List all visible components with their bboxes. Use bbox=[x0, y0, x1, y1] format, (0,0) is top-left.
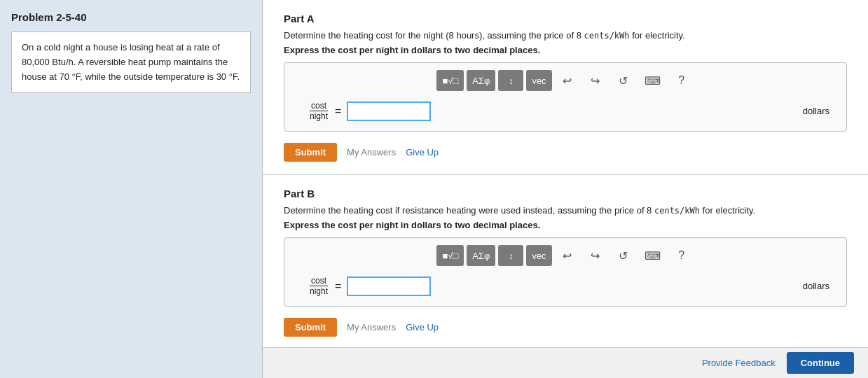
part-b-fraction: cost night bbox=[308, 276, 329, 296]
part-a-toolbar: ■√□ ΑΣφ ↕ vec ↩ ↪ ↺ ⌨ ? bbox=[294, 70, 836, 91]
equals-b: = bbox=[335, 280, 341, 293]
vec-button-b[interactable]: vec bbox=[526, 245, 551, 266]
problem-box: On a cold night a house is losing heat a… bbox=[11, 31, 251, 93]
refresh-button-b[interactable]: ↺ bbox=[611, 245, 636, 266]
part-a-fraction: cost night bbox=[308, 101, 329, 121]
help-button-a[interactable]: ? bbox=[669, 70, 694, 91]
submit-button-b[interactable]: Submit bbox=[284, 318, 337, 337]
unit-label-a: dollars bbox=[803, 106, 836, 116]
part-b-action-row: Submit My Answers Give Up bbox=[284, 314, 847, 341]
part-b-description: Determine the heating cost if resistance… bbox=[284, 205, 847, 216]
greek-symbols-button-b[interactable]: ΑΣφ bbox=[467, 245, 495, 266]
problem-text: On a cold night a house is losing heat a… bbox=[22, 42, 240, 82]
arrows-button-b[interactable]: ↕ bbox=[498, 245, 523, 266]
give-up-link-b[interactable]: Give Up bbox=[406, 322, 439, 332]
unit-label-b: dollars bbox=[803, 281, 836, 291]
fraction-denominator-b: night bbox=[308, 286, 329, 296]
help-button-b[interactable]: ? bbox=[669, 245, 694, 266]
part-b-math-row: cost night = dollars bbox=[294, 273, 836, 299]
part-a-input-area: ■√□ ΑΣφ ↕ vec ↩ ↪ ↺ ⌨ ? cost night = bbox=[284, 62, 847, 132]
part-b-label: Part B bbox=[284, 188, 847, 200]
refresh-button-a[interactable]: ↺ bbox=[611, 70, 636, 91]
undo-button-b[interactable]: ↩ bbox=[555, 245, 580, 266]
sidebar: Problem 2-5-40 On a cold night a house i… bbox=[0, 0, 263, 378]
fraction-denominator-a: night bbox=[308, 111, 329, 121]
part-b-toolbar: ■√□ ΑΣφ ↕ vec ↩ ↪ ↺ ⌨ ? bbox=[294, 245, 836, 266]
problem-title: Problem 2-5-40 bbox=[11, 11, 251, 23]
part-a-action-row: Submit My Answers Give Up bbox=[284, 139, 847, 166]
greek-symbols-button-a[interactable]: ΑΣφ bbox=[467, 70, 495, 91]
part-b-section: Part B Determine the heating cost if res… bbox=[263, 175, 868, 349]
give-up-link-a[interactable]: Give Up bbox=[406, 147, 439, 158]
arrows-button-a[interactable]: ↕ bbox=[498, 70, 523, 91]
part-a-description: Determine the heating cost for the night… bbox=[284, 30, 847, 41]
keyboard-button-a[interactable]: ⌨ bbox=[639, 70, 666, 91]
provide-feedback-link[interactable]: Provide Feedback bbox=[702, 358, 776, 368]
matrix-sqrt-button-b[interactable]: ■√□ bbox=[436, 245, 464, 266]
vec-button-a[interactable]: vec bbox=[526, 70, 551, 91]
main-content: Part A Determine the heating cost for th… bbox=[263, 0, 868, 378]
fraction-numerator-b: cost bbox=[310, 276, 328, 286]
bottom-bar: Provide Feedback Continue bbox=[263, 347, 868, 378]
submit-button-a[interactable]: Submit bbox=[284, 143, 337, 162]
answer-input-a[interactable] bbox=[347, 102, 431, 121]
my-answers-label-a: My Answers bbox=[347, 147, 396, 158]
cents-kwh-b: cents/kWh bbox=[654, 206, 700, 216]
cents-kwh-a: cents/kWh bbox=[584, 31, 630, 41]
undo-button-a[interactable]: ↩ bbox=[555, 70, 580, 91]
matrix-sqrt-button-a[interactable]: ■√□ bbox=[436, 70, 464, 91]
redo-button-a[interactable]: ↪ bbox=[583, 70, 608, 91]
my-answers-label-b: My Answers bbox=[347, 322, 396, 332]
part-a-label: Part A bbox=[284, 13, 847, 24]
part-a-math-row: cost night = dollars bbox=[294, 98, 836, 124]
part-b-input-area: ■√□ ΑΣφ ↕ vec ↩ ↪ ↺ ⌨ ? cost night = bbox=[284, 237, 847, 307]
part-a-section: Part A Determine the heating cost for th… bbox=[263, 0, 868, 175]
part-b-instruction: Express the cost per night in dollars to… bbox=[284, 220, 847, 230]
continue-button[interactable]: Continue bbox=[787, 352, 854, 374]
answer-input-b[interactable] bbox=[347, 276, 431, 296]
keyboard-button-b[interactable]: ⌨ bbox=[639, 245, 666, 266]
equals-a: = bbox=[335, 105, 341, 118]
fraction-numerator-a: cost bbox=[310, 101, 328, 111]
part-a-instruction: Express the cost per night in dollars to… bbox=[284, 45, 847, 55]
redo-button-b[interactable]: ↪ bbox=[583, 245, 608, 266]
